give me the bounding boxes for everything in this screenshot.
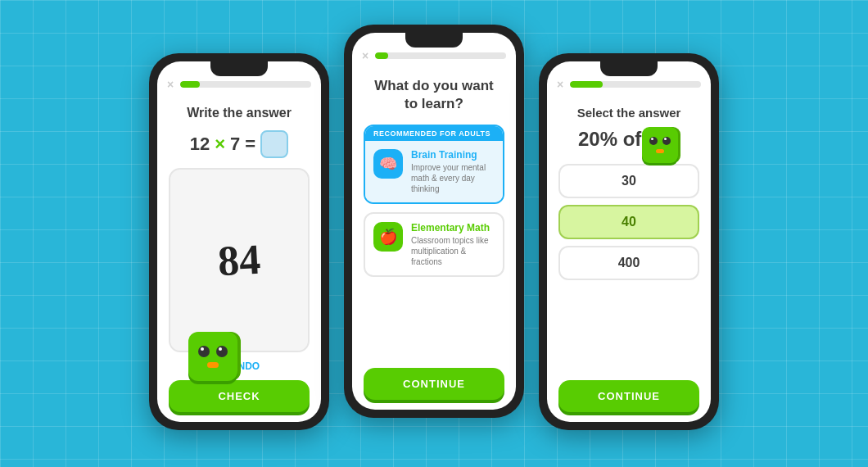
cube-face-small xyxy=(642,127,678,163)
eye-left-small xyxy=(649,137,658,145)
phone-screen-1: × Write the answer 12 × 7 = 84 ↩ xyxy=(157,61,321,422)
equation-equals: = xyxy=(245,134,255,155)
phone-3: × Select the answer 20% of 200 30 40 400… xyxy=(539,53,719,430)
brain-training-card[interactable]: RECOMMENDED FOR ADULTS 🧠 Brain Training … xyxy=(364,125,504,204)
phone-1: × Write the answer 12 × 7 = 84 ↩ xyxy=(149,53,329,430)
eye-right-small xyxy=(662,137,671,145)
brain-training-title: Brain Training xyxy=(411,149,495,161)
phone-screen-3: × Select the answer 20% of 200 30 40 400… xyxy=(547,61,711,422)
eye-right xyxy=(216,346,228,357)
brain-training-text: Brain Training Improve your mental math … xyxy=(411,149,495,194)
progress-bar-bg-2 xyxy=(375,52,506,59)
brain-icon: 🧠 xyxy=(379,155,397,173)
continue-button-3[interactable]: CONTINUE xyxy=(558,380,699,412)
brain-training-desc: Improve your mental math & every day thi… xyxy=(411,162,495,194)
continue-button-2[interactable]: CONTINUE xyxy=(364,368,504,400)
close-button-2[interactable]: × xyxy=(362,49,368,62)
duolingo-cube-left xyxy=(188,332,237,381)
check-button[interactable]: CHECK xyxy=(169,380,310,412)
equation-operator: × xyxy=(215,134,225,155)
phone-2: × What do you wantto learn? RECOMMENDED … xyxy=(344,25,524,418)
screen-content-2: What do you wantto learn? RECOMMENDED FO… xyxy=(352,67,516,410)
equation: 12 × 7 = xyxy=(169,130,310,158)
phone1-title: Write the answer xyxy=(169,106,310,120)
phone2-title: What do you wantto learn? xyxy=(364,77,504,113)
phone-notch-3 xyxy=(600,61,658,76)
cube-beak-small xyxy=(656,149,664,153)
apple-icon: 🍎 xyxy=(379,228,397,246)
elementary-math-desc: Classroom topics like multiplication & f… xyxy=(411,235,495,267)
phones-container: × Write the answer 12 × 7 = 84 ↩ xyxy=(149,37,719,430)
duolingo-cube-right xyxy=(642,127,678,163)
answer-choice-40[interactable]: 40 xyxy=(558,205,699,239)
progress-bar-bg-1 xyxy=(180,81,311,88)
progress-bar-fill-3 xyxy=(570,81,603,88)
phone-notch-1 xyxy=(210,61,268,76)
screen-content-1: Write the answer 12 × 7 = 84 ↩ UNDO CHEC… xyxy=(157,96,321,422)
elementary-math-text: Elementary Math Classroom topics like mu… xyxy=(411,222,495,267)
equation-num1: 12 xyxy=(190,134,210,155)
answer-choice-30[interactable]: 30 xyxy=(558,164,699,198)
elementary-math-icon: 🍎 xyxy=(373,222,403,252)
recommended-badge: RECOMMENDED FOR ADULTS xyxy=(365,126,503,141)
answer-input-box[interactable] xyxy=(260,130,288,158)
screen-content-3: Select the answer 20% of 200 30 40 400 C… xyxy=(547,96,711,422)
progress-bar-fill-2 xyxy=(375,52,388,59)
cube-beak xyxy=(207,362,219,368)
answer-choice-400[interactable]: 400 xyxy=(558,246,699,280)
equation-num2: 7 xyxy=(230,134,240,155)
close-button-3[interactable]: × xyxy=(557,78,563,91)
cube-eyes xyxy=(198,346,228,357)
progress-bar-fill-1 xyxy=(180,81,200,88)
brain-training-icon: 🧠 xyxy=(373,149,403,179)
progress-bar-bg-3 xyxy=(570,81,701,88)
big-question: 20% of 200 xyxy=(558,128,699,151)
elementary-math-title: Elementary Math xyxy=(411,222,495,234)
eye-left xyxy=(198,346,210,357)
phone-notch-2 xyxy=(405,33,463,48)
phone-screen-2: × What do you wantto learn? RECOMMENDED … xyxy=(352,33,516,410)
cube-face xyxy=(188,332,237,381)
handwritten-answer: 84 xyxy=(217,238,262,283)
answer-area[interactable]: 84 xyxy=(169,168,310,352)
elementary-math-card[interactable]: 🍎 Elementary Math Classroom topics like … xyxy=(364,212,504,277)
phone3-title: Select the answer xyxy=(558,106,699,120)
close-button-1[interactable]: × xyxy=(167,78,174,91)
brain-training-content: 🧠 Brain Training Improve your mental mat… xyxy=(365,141,503,202)
cube-eyes-small xyxy=(649,137,671,145)
